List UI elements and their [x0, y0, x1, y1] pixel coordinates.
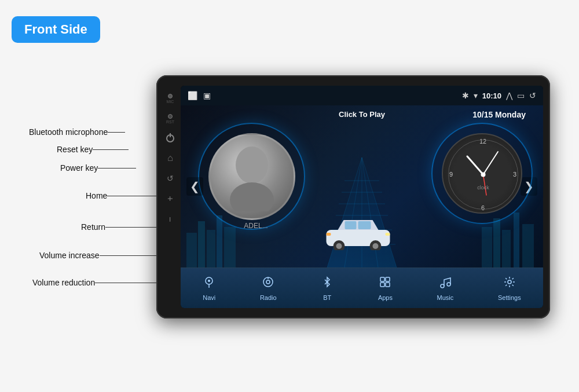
signal-status-icon: ▾: [474, 91, 478, 100]
label-bluetooth-mic: Bluetooth microphone: [29, 127, 125, 137]
home-status-icon: ⬜: [188, 91, 197, 100]
click-to-play-label[interactable]: Click To Play: [339, 110, 385, 119]
svg-rect-36: [345, 221, 357, 229]
return-button[interactable]: ↺: [167, 174, 174, 183]
svg-text:12: 12: [479, 138, 486, 145]
status-time: 10:10: [482, 91, 501, 100]
nav-bt[interactable]: BT: [314, 273, 340, 303]
navi-icon: [203, 276, 215, 292]
status-left-icons: ⬜ ▣: [188, 91, 211, 100]
nav-navi[interactable]: Navi: [196, 273, 222, 303]
settings-label: Settings: [498, 294, 521, 301]
car-stereo-device: MIC RST ⌂ ↺ + − ⬜ ▣: [156, 75, 550, 318]
clock-svg: 12 3 6 9: [443, 134, 523, 215]
back-status-icon: ↺: [529, 91, 536, 100]
music-player-section: ADEL...: [192, 117, 320, 233]
svg-rect-4: [224, 227, 236, 268]
volume-up-button[interactable]: +: [165, 196, 175, 201]
svg-rect-51: [386, 277, 390, 281]
clock-section: 12 3 6 9: [431, 123, 533, 224]
apps-label: Apps: [378, 294, 393, 301]
bluetooth-status-icon: ✱: [462, 91, 469, 100]
label-line: [108, 132, 125, 133]
device-left-panel: MIC RST ⌂ ↺ + −: [161, 87, 179, 307]
svg-text:9: 9: [449, 171, 453, 178]
home-button[interactable]: ⌂: [167, 153, 173, 163]
svg-rect-9: [522, 224, 534, 268]
status-bar: ⬜ ▣ ✱ ▾ 10:10 ⋀ ▭ ↺: [181, 86, 543, 105]
reset-button[interactable]: [168, 114, 173, 119]
svg-rect-6: [493, 218, 500, 268]
bt-icon: [321, 276, 334, 292]
label-power-key: Power key: [60, 163, 136, 173]
svg-point-39: [336, 243, 342, 249]
nav-apps[interactable]: Apps: [371, 273, 400, 303]
nav-music[interactable]: Music: [430, 273, 461, 303]
svg-rect-2: [207, 230, 215, 268]
mic-button: [168, 94, 173, 98]
nav-radio[interactable]: Radio: [253, 273, 284, 303]
svg-point-54: [441, 284, 444, 288]
svg-point-56: [508, 280, 511, 284]
svg-rect-0: [186, 233, 197, 268]
window-status-icon: ▣: [203, 91, 211, 100]
settings-icon: [503, 276, 516, 292]
prev-arrow[interactable]: ❮: [186, 177, 203, 196]
svg-line-30: [483, 152, 499, 175]
bottom-nav: Navi Radio BT: [181, 268, 543, 308]
artist-name: ADEL...: [244, 222, 267, 230]
svg-rect-53: [386, 283, 390, 287]
date-display: 10/15 Monday: [472, 110, 526, 119]
volume-down-button[interactable]: −: [165, 217, 175, 222]
device-bezel: MIC RST ⌂ ↺ + − ⬜ ▣: [156, 75, 550, 318]
music-icon: [439, 276, 452, 292]
power-button[interactable]: [166, 134, 174, 142]
svg-point-41: [373, 243, 379, 249]
svg-rect-43: [327, 233, 331, 236]
album-art-svg: [223, 142, 281, 211]
svg-rect-7: [502, 230, 511, 268]
radio-label: Radio: [260, 294, 277, 301]
car-illustration: [321, 215, 396, 250]
svg-rect-5: [482, 227, 492, 268]
music-label: Music: [437, 294, 454, 301]
svg-text:3: 3: [513, 171, 516, 178]
radio-icon: [262, 276, 274, 292]
svg-rect-37: [358, 221, 371, 229]
svg-point-23: [230, 182, 274, 211]
svg-point-32: [481, 173, 486, 177]
status-right-area: ✱ ▾ 10:10 ⋀ ▭ ↺: [462, 91, 536, 100]
screen-content: Click To Play ADEL...: [181, 105, 543, 268]
svg-text:6: 6: [481, 204, 485, 211]
svg-rect-42: [386, 233, 390, 236]
front-side-badge: Front Side: [12, 16, 100, 43]
svg-point-22: [236, 146, 268, 184]
svg-line-29: [467, 156, 483, 175]
label-line: [98, 168, 136, 168]
label-reset-key: Reset key: [57, 145, 129, 154]
main-screen: ⬜ ▣ ✱ ▾ 10:10 ⋀ ▭ ↺: [181, 86, 543, 308]
label-line: [93, 149, 129, 150]
window2-status-icon: ▭: [517, 91, 525, 100]
bt-label: BT: [323, 294, 331, 301]
navi-label: Navi: [203, 294, 215, 301]
svg-rect-50: [380, 277, 384, 281]
svg-rect-52: [380, 283, 384, 287]
svg-point-48: [266, 280, 270, 284]
svg-point-55: [447, 283, 450, 286]
apps-icon: [379, 276, 391, 292]
svg-text:clock: clock: [477, 185, 489, 190]
car-svg: [321, 215, 396, 250]
nav-settings[interactable]: Settings: [491, 273, 528, 303]
arrows-status-icon: ⋀: [506, 91, 512, 100]
svg-point-46: [208, 280, 210, 282]
